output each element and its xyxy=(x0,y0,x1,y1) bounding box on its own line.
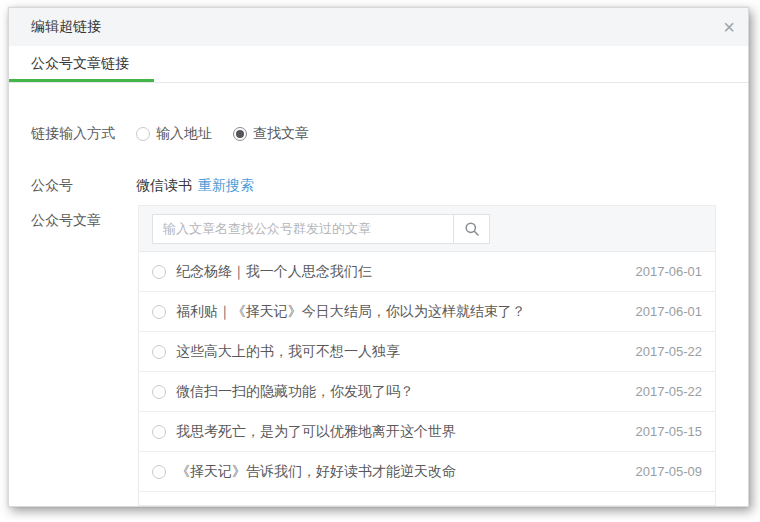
articles-label: 公众号文章 xyxy=(31,212,136,230)
link-input-method-label: 链接输入方式 xyxy=(31,125,136,143)
article-row[interactable]: 微信扫一扫的隐藏功能，你发现了吗？ 2017-05-22 xyxy=(139,372,715,412)
radio-unchecked-icon[interactable] xyxy=(152,305,166,319)
article-date: 2017-06-01 xyxy=(636,304,703,319)
dialog-header: 编辑超链接 × xyxy=(9,8,748,46)
article-title: 微信扫一扫的隐藏功能，你发现了吗？ xyxy=(176,383,414,401)
radio-label-find-article: 查找文章 xyxy=(253,125,309,143)
radio-option-enter-address[interactable]: 输入地址 xyxy=(136,125,212,143)
search-group xyxy=(152,214,490,244)
radio-label-enter-address: 输入地址 xyxy=(156,125,212,143)
official-account-row: 公众号 微信读书 重新搜索 xyxy=(31,178,254,194)
article-title: 福利贴｜《择天记》今日大结局，你以为这样就结束了？ xyxy=(176,303,526,321)
radio-checked-icon[interactable] xyxy=(233,127,247,141)
article-date: 2017-05-09 xyxy=(636,464,703,479)
article-list-panel: 纪念杨绛｜我一个人思念我们仨 2017-06-01 福利贴｜《择天记》今日大结局… xyxy=(138,205,716,506)
article-date: 2017-06-01 xyxy=(636,264,703,279)
radio-unchecked-icon[interactable] xyxy=(136,127,150,141)
article-row[interactable]: 这些高大上的书，我可不想一人独享 2017-05-22 xyxy=(139,332,715,372)
official-account-value: 微信读书 xyxy=(136,177,192,195)
official-account-label: 公众号 xyxy=(31,177,136,195)
article-row-partial xyxy=(139,492,715,504)
radio-unchecked-icon[interactable] xyxy=(152,345,166,359)
radio-option-find-article[interactable]: 查找文章 xyxy=(233,125,309,143)
radio-unchecked-icon[interactable] xyxy=(152,385,166,399)
radio-unchecked-icon[interactable] xyxy=(152,465,166,479)
article-search-bar xyxy=(139,206,715,252)
article-date: 2017-05-22 xyxy=(636,344,703,359)
article-date: 2017-05-22 xyxy=(636,384,703,399)
close-icon[interactable]: × xyxy=(719,17,739,37)
tab-active-underline xyxy=(9,79,154,82)
link-input-method-row: 链接输入方式 输入地址 查找文章 xyxy=(31,126,309,142)
radio-unchecked-icon[interactable] xyxy=(152,425,166,439)
tab-bar: 公众号文章链接 xyxy=(9,46,748,83)
article-date: 2017-05-15 xyxy=(636,424,703,439)
dialog-title: 编辑超链接 xyxy=(31,18,101,36)
radio-unchecked-icon[interactable] xyxy=(152,265,166,279)
article-row[interactable]: 我思考死亡，是为了可以优雅地离开这个世界 2017-05-15 xyxy=(139,412,715,452)
article-row[interactable]: 《择天记》告诉我们，好好读书才能逆天改命 2017-05-09 xyxy=(139,452,715,492)
article-row[interactable]: 纪念杨绛｜我一个人思念我们仨 2017-06-01 xyxy=(139,252,715,292)
article-search-input[interactable] xyxy=(152,214,454,244)
article-row[interactable]: 福利贴｜《择天记》今日大结局，你以为这样就结束了？ 2017-06-01 xyxy=(139,292,715,332)
search-icon xyxy=(464,221,480,237)
articles-label-row: 公众号文章 xyxy=(31,213,136,229)
article-title: 纪念杨绛｜我一个人思念我们仨 xyxy=(176,263,372,281)
article-title: 这些高大上的书，我可不想一人独享 xyxy=(176,343,400,361)
article-title: 《择天记》告诉我们，好好读书才能逆天改命 xyxy=(176,463,456,481)
edit-hyperlink-dialog: 编辑超链接 × 公众号文章链接 链接输入方式 输入地址 查找文章 公众号 微信读… xyxy=(8,7,749,507)
article-title: 我思考死亡，是为了可以优雅地离开这个世界 xyxy=(176,423,456,441)
tab-official-article-link[interactable]: 公众号文章链接 xyxy=(9,46,129,81)
research-again-link[interactable]: 重新搜索 xyxy=(198,177,254,195)
search-button[interactable] xyxy=(454,214,490,244)
